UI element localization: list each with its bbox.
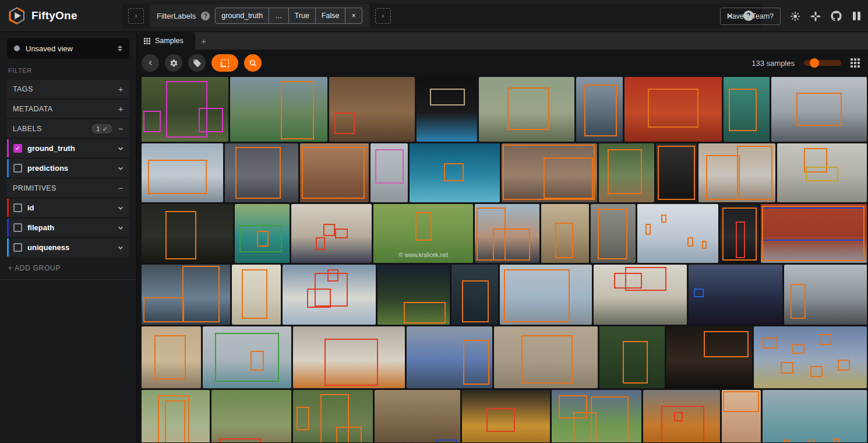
chip-ellipsis[interactable]: …	[269, 8, 288, 23]
section-labels[interactable]: LABELS 1 ✓ −	[7, 119, 129, 138]
sample-tile-pizza-buffet[interactable]	[666, 326, 752, 388]
sample-tile-broccoli-hand[interactable]	[377, 265, 450, 325]
sample-tile-boat-in-cove[interactable]	[235, 204, 290, 263]
sample-tile-teal-teddy-bear[interactable]	[724, 77, 770, 142]
sample-tile-child-with-toy-cake[interactable]	[142, 265, 230, 325]
back-button[interactable]	[142, 54, 159, 72]
section-metadata[interactable]: METADATA +	[7, 100, 129, 118]
sample-tile-police-motorcycle[interactable]	[142, 326, 201, 388]
sample-tile-steak-dinner[interactable]	[291, 204, 372, 263]
grid-view-button[interactable]	[851, 58, 860, 68]
sample-tile-perched-eagle[interactable]	[371, 143, 408, 202]
chevron-down-icon[interactable]	[118, 166, 124, 171]
id-checkbox[interactable]	[13, 203, 22, 212]
sample-tile-train-tracks[interactable]	[479, 77, 574, 142]
sample-tile-man-at-wall[interactable]	[591, 204, 636, 263]
slack-icon[interactable]	[810, 10, 821, 22]
view-selector[interactable]: Unsaved view	[7, 38, 129, 59]
chevron-down-icon[interactable]	[118, 245, 124, 251]
primitive-row-filepath[interactable]: filepath	[7, 219, 129, 237]
chip-ground-truth[interactable]: ground_truth	[216, 8, 269, 23]
primitive-row-uniqueness[interactable]: uniqueness	[7, 238, 129, 256]
sample-tile-llama-carrot[interactable]	[211, 390, 291, 442]
sample-tile-child-with-umbrella[interactable]	[599, 326, 665, 388]
sample-tile-child-on-saddle[interactable]	[599, 143, 654, 202]
sample-tile-greens-plate[interactable]	[594, 265, 687, 325]
stage-help-icon[interactable]: ?	[201, 12, 210, 20]
sample-tile-young-skateboarder[interactable]	[494, 326, 597, 388]
sample-tile-vegetable-pan[interactable]	[462, 390, 549, 442]
docs-icon[interactable]	[851, 10, 862, 22]
chip-remove[interactable]: ×	[345, 8, 361, 23]
uniqueness-checkbox[interactable]	[13, 243, 22, 252]
sample-tile-white-car[interactable]	[142, 143, 223, 202]
tag-button[interactable]	[188, 54, 206, 72]
github-icon[interactable]	[830, 10, 842, 22]
sample-tile-farm-chores[interactable]	[293, 390, 373, 442]
sample-tile-whitewater-surfer[interactable]	[777, 143, 867, 202]
sample-tile-carrot-salad[interactable]	[283, 265, 376, 325]
sample-tile-umbrella-crosswalk[interactable]	[754, 326, 867, 388]
sample-tile-lattice-walkway[interactable]	[541, 204, 589, 263]
plus-icon[interactable]: +	[118, 84, 124, 94]
sample-tile-man-on-phone[interactable]	[142, 204, 233, 263]
theme-icon[interactable]	[789, 10, 801, 22]
sample-tile-cowboy-on-horse[interactable]	[230, 77, 327, 142]
sample-tile-warplane[interactable]	[771, 77, 867, 142]
slider-thumb[interactable]	[810, 58, 819, 68]
sample-tile-girls-with-dog[interactable]	[475, 204, 539, 263]
sample-tile-wave-surfer[interactable]	[410, 143, 500, 202]
sample-tile-red-plate-meal[interactable]	[624, 77, 722, 142]
sample-tile-skier-portrait[interactable]	[232, 265, 281, 325]
sample-tile-terrier-closeup[interactable]	[375, 390, 460, 442]
search-button[interactable]	[244, 54, 262, 72]
plus-icon[interactable]: +	[118, 104, 124, 114]
sample-tile-bird-in-foliage[interactable]	[142, 77, 228, 142]
tab-samples[interactable]: Samples	[137, 32, 195, 50]
sample-tile-night-street[interactable]	[689, 265, 782, 325]
sample-tile-woman-with-camera[interactable]	[225, 143, 298, 202]
chevron-down-icon[interactable]	[118, 225, 124, 231]
add-stage-button-left[interactable]: ›	[128, 8, 144, 24]
ground-truth-checkbox[interactable]: ✓	[13, 144, 22, 153]
filepath-checkbox[interactable]	[13, 223, 22, 232]
sample-tile-man-in-sunglasses[interactable]	[656, 143, 697, 202]
predictions-checkbox[interactable]	[13, 164, 22, 173]
section-tags[interactable]: TAGS +	[7, 80, 129, 98]
chevron-down-icon[interactable]	[118, 205, 124, 211]
sample-tile-draft-horse[interactable]	[784, 265, 867, 325]
sample-tile-people-at-mural[interactable]	[698, 143, 775, 202]
sample-tile-man-in-suit[interactable]	[576, 77, 623, 142]
minus-icon[interactable]: −	[118, 124, 124, 133]
section-primitives[interactable]: PRIMITIVES −	[7, 179, 129, 197]
sample-tile-light-rail-train[interactable]	[500, 265, 591, 325]
sample-tile-red-suv[interactable]	[761, 204, 867, 263]
sample-tile-sailboat[interactable]	[203, 326, 291, 388]
chevron-down-icon[interactable]	[118, 146, 124, 152]
minus-icon[interactable]: −	[118, 183, 124, 193]
label-row-predictions[interactable]: predictions	[7, 159, 129, 177]
sample-tile-woman-and-puppy[interactable]	[502, 143, 597, 202]
sample-tile-swimmers-beach[interactable]	[763, 390, 867, 442]
sample-tile-kid-baseball-swing[interactable]	[142, 390, 210, 442]
settings-button[interactable]	[165, 54, 182, 72]
sample-tile-baby-toothbrush[interactable]	[722, 390, 761, 442]
new-tab-button[interactable]: +	[195, 32, 213, 50]
chip-true[interactable]: True	[288, 8, 315, 23]
sample-tile-man-orange-shirt[interactable]	[451, 265, 498, 325]
sample-tile-painted-face[interactable]	[300, 143, 369, 202]
chip-false[interactable]: False	[315, 8, 345, 23]
sample-tile-cat-on-rug[interactable]	[329, 77, 415, 142]
add-group-button[interactable]: + ADD GROUP	[8, 264, 128, 272]
sample-tile-man-red-tie[interactable]	[720, 204, 759, 263]
patches-button[interactable]	[211, 54, 238, 72]
have-a-team-button[interactable]: Have a Team?	[720, 8, 781, 25]
sample-tile-curry-pot[interactable]	[643, 390, 720, 442]
sample-tile-baseball-game[interactable]	[552, 390, 641, 442]
label-row-ground-truth[interactable]: ✓ ground_truth	[7, 139, 129, 157]
sample-tile-blue-cake[interactable]	[417, 77, 477, 142]
sample-tile-carrots-plate[interactable]	[293, 326, 405, 388]
add-stage-button-right[interactable]: ›	[375, 8, 391, 24]
sample-tile-dressage-rider[interactable]: © www.kralicek.net	[373, 204, 473, 263]
sample-tile-jet-at-gate[interactable]	[407, 326, 492, 388]
